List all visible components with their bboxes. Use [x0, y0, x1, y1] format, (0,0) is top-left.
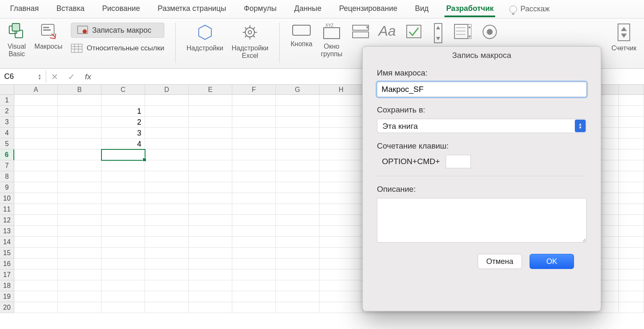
cell-D6[interactable] — [145, 149, 189, 160]
cell-B11[interactable] — [58, 204, 101, 215]
cell-tail[interactable] — [619, 106, 644, 117]
cell-A4[interactable] — [14, 128, 58, 138]
cell-C17[interactable] — [101, 269, 145, 280]
row-header[interactable]: 7 — [0, 160, 14, 171]
cell-G12[interactable] — [276, 215, 319, 226]
col-header-C[interactable]: C — [101, 85, 145, 94]
cell-H19[interactable] — [319, 291, 363, 302]
cell-F1[interactable] — [232, 95, 276, 106]
description-input[interactable] — [377, 198, 587, 243]
cell-E8[interactable] — [189, 171, 232, 182]
cell-F15[interactable] — [232, 248, 276, 258]
visual-basic-button[interactable]: Visual Basic — [8, 23, 26, 58]
cell-H5[interactable] — [319, 138, 363, 149]
cell-E18[interactable] — [189, 280, 232, 291]
cell-B16[interactable] — [58, 258, 101, 269]
cell-A20[interactable] — [14, 302, 58, 313]
cell-A19[interactable] — [14, 291, 58, 302]
cell-C18[interactable] — [101, 280, 145, 291]
tell-me[interactable]: Расскаж — [509, 5, 550, 13]
cell-A10[interactable] — [14, 193, 58, 204]
cell-A12[interactable] — [14, 215, 58, 226]
cell-D19[interactable] — [145, 291, 189, 302]
cell-D10[interactable] — [145, 193, 189, 204]
cell-F8[interactable] — [232, 171, 276, 182]
cell-E2[interactable] — [189, 106, 232, 117]
cell-C5[interactable]: 4 — [101, 138, 145, 149]
tab-data[interactable]: Данные — [293, 1, 323, 17]
cell-A13[interactable] — [14, 226, 58, 237]
cell-E17[interactable] — [189, 269, 232, 280]
cell-C16[interactable] — [101, 258, 145, 269]
col-header-E[interactable]: E — [189, 85, 232, 94]
cell-F3[interactable] — [232, 117, 276, 128]
cell-B2[interactable] — [58, 106, 101, 117]
cell-H9[interactable] — [319, 182, 363, 193]
control-combo[interactable] — [351, 23, 370, 40]
cell-B14[interactable] — [58, 237, 101, 248]
cell-E4[interactable] — [189, 128, 232, 138]
cell-G2[interactable] — [276, 106, 319, 117]
cell-E16[interactable] — [189, 258, 232, 269]
cell-E5[interactable] — [189, 138, 232, 149]
cell-tail[interactable] — [619, 302, 644, 313]
cell-F17[interactable] — [232, 269, 276, 280]
cell-G20[interactable] — [276, 302, 319, 313]
cell-F7[interactable] — [232, 160, 276, 171]
cell-B4[interactable] — [58, 128, 101, 138]
row-header[interactable]: 15 — [0, 248, 14, 258]
cell-H13[interactable] — [319, 226, 363, 237]
row-header[interactable]: 3 — [0, 117, 14, 128]
cell-tail[interactable] — [619, 204, 644, 215]
cell-F11[interactable] — [232, 204, 276, 215]
relative-refs-button[interactable]: Относительные ссылки — [71, 42, 164, 55]
row-header[interactable]: 4 — [0, 128, 14, 138]
row-header[interactable]: 20 — [0, 302, 14, 313]
group-box-control[interactable]: XYZ Окно группы — [321, 23, 342, 58]
cell-C10[interactable] — [101, 193, 145, 204]
cell-tail[interactable] — [619, 193, 644, 204]
control-checkbox[interactable] — [404, 23, 423, 40]
row-header[interactable]: 9 — [0, 182, 14, 193]
cell-B7[interactable] — [58, 160, 101, 171]
tab-review[interactable]: Рецензирование — [338, 1, 399, 17]
tab-page-layout[interactable]: Разметка страницы — [156, 1, 228, 17]
cell-tail[interactable] — [619, 171, 644, 182]
row-header[interactable]: 5 — [0, 138, 14, 149]
cell-G1[interactable] — [276, 95, 319, 106]
tab-home[interactable]: Главная — [8, 1, 41, 17]
cell-E7[interactable] — [189, 160, 232, 171]
cell-H11[interactable] — [319, 204, 363, 215]
row-header[interactable]: 14 — [0, 237, 14, 248]
cancel-button[interactable]: Отмена — [478, 254, 522, 269]
col-header-G[interactable]: G — [276, 85, 319, 94]
cell-G5[interactable] — [276, 138, 319, 149]
cell-E6[interactable] — [189, 149, 232, 160]
cell-G17[interactable] — [276, 269, 319, 280]
ok-button[interactable]: OK — [530, 254, 574, 269]
cell-F12[interactable] — [232, 215, 276, 226]
control-label[interactable]: Aa — [379, 23, 396, 39]
cell-D12[interactable] — [145, 215, 189, 226]
row-header[interactable]: 6 — [0, 149, 14, 160]
cell-B1[interactable] — [58, 95, 101, 106]
accept-formula-icon[interactable]: ✓ — [63, 72, 80, 82]
row-header[interactable]: 1 — [0, 95, 14, 106]
cell-H7[interactable] — [319, 160, 363, 171]
name-box[interactable]: C6 ▲▼ — [0, 70, 46, 83]
cell-D3[interactable] — [145, 117, 189, 128]
cell-H18[interactable] — [319, 280, 363, 291]
row-header[interactable]: 19 — [0, 291, 14, 302]
cell-F2[interactable] — [232, 106, 276, 117]
name-box-stepper[interactable]: ▲▼ — [38, 73, 42, 80]
cell-tail[interactable] — [619, 280, 644, 291]
cell-tail[interactable] — [619, 149, 644, 160]
cell-D14[interactable] — [145, 237, 189, 248]
macros-button[interactable]: Макросы — [34, 23, 62, 50]
cell-tail[interactable] — [619, 291, 644, 302]
cell-G19[interactable] — [276, 291, 319, 302]
cell-H4[interactable] — [319, 128, 363, 138]
cell-tail[interactable] — [619, 226, 644, 237]
cell-A18[interactable] — [14, 280, 58, 291]
cell-F6[interactable] — [232, 149, 276, 160]
